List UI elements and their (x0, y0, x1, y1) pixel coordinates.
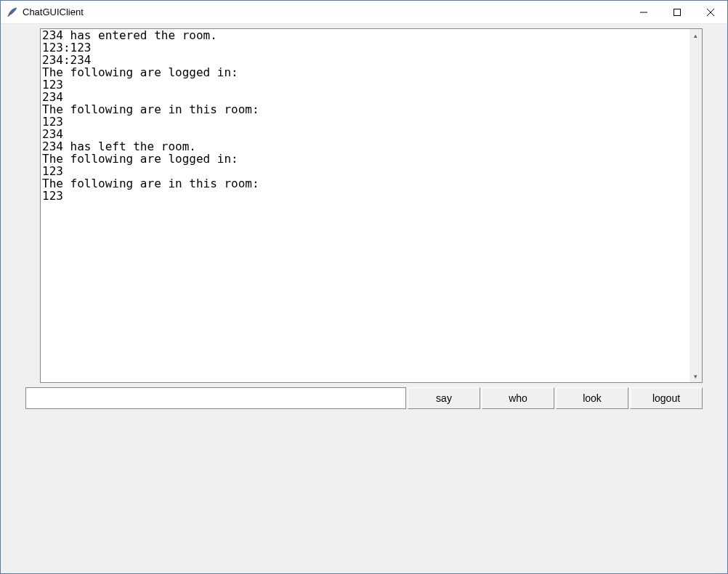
input-row: say who look logout (25, 387, 703, 409)
say-button[interactable]: say (408, 387, 480, 409)
empty-area (4, 409, 724, 570)
app-window: ChatGUIClient 234 has entered the room. … (0, 0, 728, 574)
minimize-button[interactable] (627, 1, 660, 23)
window-controls (627, 1, 727, 23)
close-button[interactable] (694, 1, 727, 23)
look-button[interactable]: look (556, 387, 628, 409)
svg-rect-1 (674, 9, 681, 15)
scrollbar[interactable]: ▴ ▾ (689, 29, 702, 382)
titlebar: ChatGUIClient (1, 1, 727, 24)
scroll-down-icon[interactable]: ▾ (689, 370, 702, 382)
window-title: ChatGUIClient (23, 7, 627, 17)
feather-icon (7, 7, 18, 18)
logout-button[interactable]: logout (630, 387, 703, 409)
chat-log: 234 has entered the room. 123:123 234:23… (41, 29, 689, 382)
scroll-up-icon[interactable]: ▴ (689, 29, 702, 41)
chat-log-wrapper: 234 has entered the room. 123:123 234:23… (40, 28, 703, 383)
message-input[interactable] (25, 387, 406, 409)
who-button[interactable]: who (482, 387, 554, 409)
client-area: 234 has entered the room. 123:123 234:23… (1, 24, 727, 573)
maximize-button[interactable] (660, 1, 694, 23)
